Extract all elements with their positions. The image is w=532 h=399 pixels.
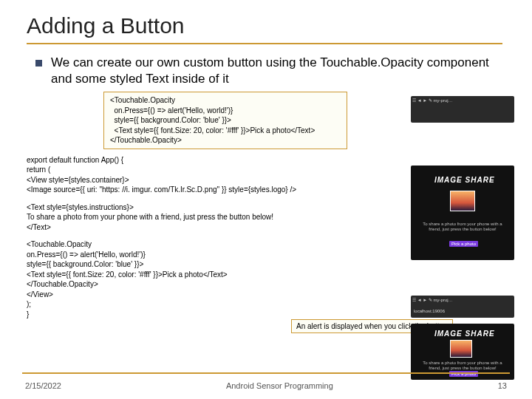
highlighted-code-box: <Touchable.Opacity on.Press={() => alert… bbox=[103, 92, 347, 149]
tabbar-label-2: ☰ ◄ ► ✎ my-proj… bbox=[412, 297, 453, 302]
footer-title: Android Sensor Programming bbox=[226, 381, 333, 390]
bullet-item: We can create our own custom button usin… bbox=[35, 55, 510, 87]
tabbar-label: ☰ ◄ ► ✎ my-proj… bbox=[412, 98, 453, 103]
photo-thumb-icon bbox=[450, 191, 475, 211]
footer: 2/15/2022 Android Sensor Programming 13 bbox=[0, 381, 532, 390]
title-bar: Adding a Button bbox=[27, 13, 502, 44]
bullet-text: We can create our own custom button usin… bbox=[51, 55, 510, 87]
localhost-label: localhost:19006 bbox=[414, 309, 445, 314]
app-preview-screenshot-2: IMAGE SHARE To share a photo from your p… bbox=[411, 324, 514, 380]
photo-thumb-icon-2 bbox=[450, 340, 472, 358]
instruction-text-2: To share a photo from your phone with a … bbox=[418, 361, 507, 370]
footer-date: 2/15/2022 bbox=[25, 381, 61, 390]
slide-title: Adding a Button bbox=[27, 13, 502, 38]
footer-rule bbox=[22, 372, 510, 374]
browser-bar-screenshot: ☰ ◄ ► ✎ my-proj… localhost:19006 bbox=[411, 296, 514, 318]
pick-photo-button-1: Pick a photo bbox=[449, 241, 478, 247]
share-title-2: IMAGE SHARE bbox=[434, 330, 495, 338]
footer-page: 13 bbox=[498, 381, 507, 390]
share-title-1: IMAGE SHARE bbox=[434, 176, 495, 184]
editor-tabbar-screenshot: ☰ ◄ ► ✎ my-proj… bbox=[411, 96, 514, 123]
instruction-text-1: To share a photo from your phone with a … bbox=[418, 222, 507, 231]
bullet-icon bbox=[35, 60, 42, 66]
app-preview-screenshot-1: IMAGE SHARE To share a photo from your p… bbox=[411, 166, 514, 260]
